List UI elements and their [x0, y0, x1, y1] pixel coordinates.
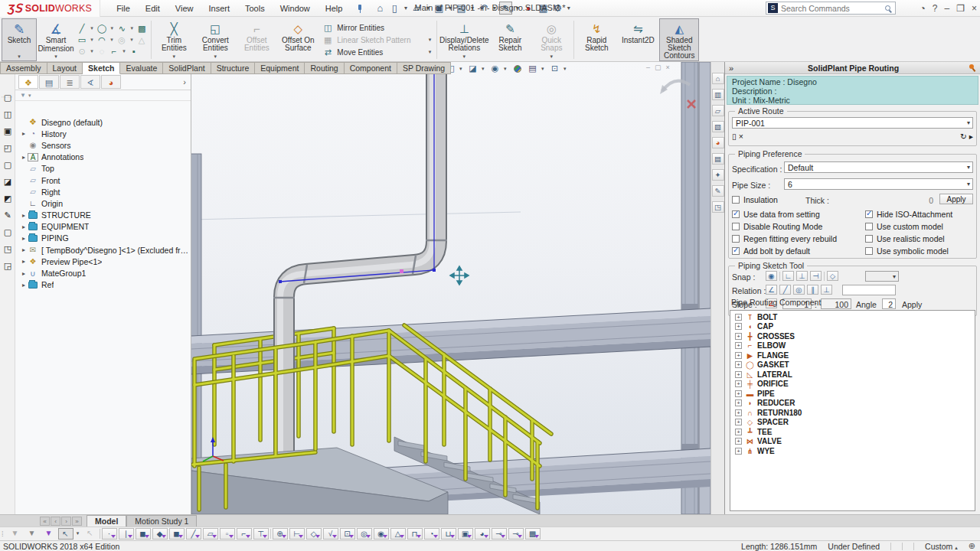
- expand-icon[interactable]: +: [735, 409, 742, 416]
- filter-active-icon[interactable]: ▼: [41, 528, 57, 540]
- filter-dowel-icon[interactable]: ▣: [458, 528, 473, 540]
- checkbox[interactable]: [732, 210, 740, 218]
- menu-file[interactable]: File: [109, 2, 137, 15]
- component-valve[interactable]: +⋈VALVE: [730, 437, 975, 447]
- exploded-view-icon[interactable]: ◲: [4, 261, 11, 271]
- minimize-button[interactable]: –: [945, 3, 950, 14]
- expand-icon[interactable]: +: [735, 448, 742, 455]
- expand-icon[interactable]: +: [735, 438, 742, 445]
- checkbox[interactable]: [865, 210, 873, 218]
- caret-icon[interactable]: ▾: [129, 25, 134, 31]
- expand-icon[interactable]: +: [735, 361, 742, 368]
- insulation-checkbox[interactable]: [732, 196, 740, 204]
- home-icon[interactable]: ⌂: [374, 2, 386, 14]
- component-pattern-icon[interactable]: ▣: [4, 126, 11, 136]
- caret-icon[interactable]: ▾: [504, 66, 508, 72]
- snap-size-select[interactable]: [865, 271, 899, 282]
- large-design-icon[interactable]: ◳: [4, 244, 11, 254]
- filter-routing-points-icon[interactable]: ⊸: [508, 528, 524, 540]
- appearances-icon[interactable]: ◕: [712, 137, 724, 148]
- refresh-route-icon[interactable]: ↻: [960, 132, 967, 141]
- caret-icon[interactable]: ▾: [75, 528, 81, 540]
- snap-angle-icon[interactable]: ∟: [782, 271, 794, 281]
- file-explorer-icon[interactable]: ▱: [712, 105, 724, 116]
- sep-icon[interactable]: [779, 272, 780, 281]
- tree-item-front-plane[interactable]: ▱Front: [15, 174, 191, 186]
- pattern-icon[interactable]: ▩: [137, 24, 146, 34]
- snap-grid-icon[interactable]: ◇: [827, 271, 838, 281]
- filter-funnel-icon[interactable]: ▼: [20, 92, 26, 99]
- filter-hole-callouts-icon[interactable]: √: [323, 528, 338, 540]
- tab-propertymanager-icon[interactable]: ▤: [39, 75, 59, 89]
- trim-entities-button[interactable]: ╳ Trim Entities: [154, 18, 194, 61]
- component-pipe[interactable]: +▬PIPE: [730, 389, 975, 399]
- menu-help[interactable]: Help: [318, 2, 350, 15]
- expand-icon[interactable]: +: [735, 399, 742, 406]
- prev-tab-icon[interactable]: ‹: [51, 517, 60, 526]
- doc-minimize-icon[interactable]: –: [646, 64, 650, 71]
- slot-icon[interactable]: ⊙: [77, 47, 87, 57]
- caret-icon[interactable]: ▾: [90, 48, 94, 54]
- tab-motion-study[interactable]: Motion Study 1: [126, 515, 197, 527]
- tab-featuremanager-icon[interactable]: ❖: [18, 75, 38, 89]
- no-external-ref-icon[interactable]: ▢: [4, 227, 11, 237]
- view-palette-icon[interactable]: ▧: [712, 121, 724, 132]
- tree-item-piping[interactable]: ▸PIPING: [15, 233, 191, 244]
- expand-icon[interactable]: +: [735, 390, 742, 397]
- caret-icon[interactable]: ▾: [109, 37, 114, 43]
- export-route-icon[interactable]: ▸: [969, 132, 973, 141]
- component-lateral[interactable]: +◺LATERAL: [730, 370, 975, 380]
- tab-equipment[interactable]: Equipment: [255, 62, 305, 74]
- tree-item-structure[interactable]: ▸STRUCTURE: [15, 210, 191, 221]
- filter-gtol-icon[interactable]: ◉: [374, 528, 389, 540]
- tab-solidplant[interactable]: SolidPlant: [163, 62, 211, 74]
- tab-sp-drawing[interactable]: SP Drawing: [397, 62, 451, 74]
- smart-dimension-button[interactable]: ∡ Smart Dimension: [38, 18, 74, 61]
- component-wye[interactable]: +⋔WYE: [730, 446, 975, 456]
- repair-sketch-button[interactable]: ✎ Repair Sketch: [490, 18, 530, 61]
- active-route-select[interactable]: PIP-001: [732, 117, 973, 129]
- filter-weld-symbols-icon[interactable]: ⊓: [407, 528, 423, 540]
- component-reducer[interactable]: +◗REDUCER: [730, 399, 975, 409]
- select-cursor-icon[interactable]: ↖: [58, 528, 74, 540]
- instant2d-button[interactable]: ⇋ Instant2D: [618, 18, 658, 61]
- tree-item-sensors[interactable]: ◉Sensors: [15, 139, 191, 151]
- slope-apply-button[interactable]: Apply: [902, 300, 922, 309]
- expand-icon[interactable]: +: [735, 333, 742, 340]
- collapse-panel-icon[interactable]: »: [725, 64, 737, 73]
- text-icon[interactable]: ▪: [129, 47, 139, 56]
- filter-vertices-icon[interactable]: ·: [102, 528, 117, 540]
- component-cap[interactable]: +◖CAP: [730, 322, 975, 332]
- user-icon[interactable]: ◔: [920, 3, 926, 14]
- insert-component-icon[interactable]: ▢: [4, 93, 11, 103]
- filter-center-marks-icon[interactable]: ⊕: [273, 528, 288, 540]
- checkbox[interactable]: [732, 223, 740, 230]
- component-elbow[interactable]: +⌐ELBOW: [730, 341, 975, 351]
- shaded-sketch-contours-button[interactable]: ◭ Shaded Sketch Contours: [659, 18, 699, 61]
- filter-blocks-icon[interactable]: ⊔: [441, 528, 456, 540]
- apply-scene-icon[interactable]: ▤: [526, 63, 539, 74]
- tree-item-annotations[interactable]: ▸AAnnotations: [15, 152, 191, 163]
- units-globe-icon[interactable]: ⊕: [969, 541, 975, 551]
- tree-filter-row[interactable]: ▼ ▾: [15, 90, 191, 101]
- menu-tools[interactable]: Tools: [238, 2, 272, 15]
- mate-icon[interactable]: ◫: [4, 109, 11, 119]
- help-icon[interactable]: ?: [933, 3, 938, 14]
- caret-icon[interactable]: ▾: [129, 37, 134, 43]
- component-return180[interactable]: +∩RETURN180: [730, 408, 975, 418]
- move-component-icon[interactable]: ▢: [4, 160, 11, 170]
- relation-perpendicular-icon[interactable]: ⊥: [821, 285, 832, 295]
- line-icon[interactable]: ╱: [77, 24, 87, 34]
- caret-icon[interactable]: ▾: [122, 48, 126, 54]
- pipe-size-select[interactable]: 6: [784, 178, 973, 190]
- caret-icon[interactable]: ▾: [459, 66, 464, 72]
- snap-along-icon[interactable]: ⊣: [810, 271, 822, 281]
- apply-insulation-button[interactable]: Apply: [939, 194, 973, 204]
- tab-sketch[interactable]: Sketch: [83, 62, 120, 74]
- filter-axes-icon[interactable]: ╱: [186, 528, 201, 540]
- tab-displaymanager-icon[interactable]: ◕: [101, 75, 121, 89]
- component-spacer[interactable]: +◇SPACER: [730, 418, 975, 428]
- filter-midpoints-icon[interactable]: ⊤: [253, 528, 269, 540]
- rectangle-icon[interactable]: ▭: [77, 35, 87, 45]
- relation-angle-icon[interactable]: ∠: [766, 285, 777, 295]
